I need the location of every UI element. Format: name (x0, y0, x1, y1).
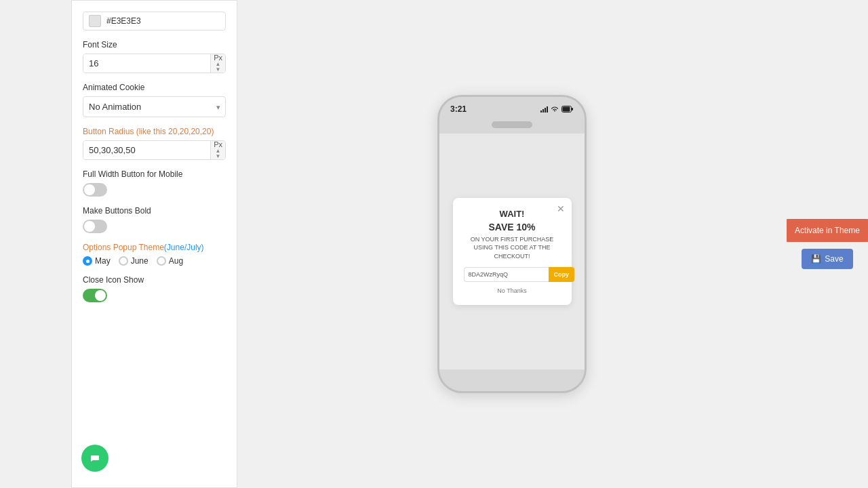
button-radius-hint-end: ) (211, 127, 214, 136)
color-value: #E3E3E3 (106, 16, 141, 26)
battery-icon (561, 106, 574, 113)
full-width-toggle[interactable] (83, 183, 107, 197)
popup-theme-may[interactable]: May (83, 256, 111, 266)
phone-status-icons (540, 106, 574, 113)
font-size-input-wrapper: Px ▲ ▼ (83, 54, 226, 73)
save-icon: 💾 (811, 254, 821, 264)
font-size-unit-box: Px ▲ ▼ (210, 54, 225, 73)
make-bold-label: Make Buttons Bold (83, 206, 226, 216)
font-size-label: Font Size (83, 40, 226, 49)
close-icon-toggle[interactable] (83, 289, 107, 302)
font-size-down-arrow[interactable]: ▼ (216, 67, 221, 73)
close-icon-toggle-row (83, 289, 226, 302)
copy-button[interactable]: Copy (549, 267, 575, 282)
button-radius-down-arrow[interactable]: ▼ (216, 154, 221, 159)
popup-modal: ✕ WAIT! SAVE 10% ON YOUR FIRST PURCHASEU… (453, 198, 572, 306)
phone-camera-area (439, 121, 585, 134)
color-swatch[interactable] (89, 15, 101, 27)
full-width-group: Full Width Button for Mobile (83, 169, 226, 197)
signal-icon (540, 106, 548, 113)
phone-notch (492, 121, 532, 128)
radio-dot-aug (157, 256, 166, 266)
save-label: Save (825, 254, 843, 264)
button-radius-arrows[interactable]: ▲ ▼ (216, 148, 221, 159)
wifi-icon (551, 106, 559, 113)
popup-close-icon[interactable]: ✕ (557, 203, 565, 214)
popup-theme-aug-label: Aug (169, 256, 183, 266)
svg-rect-2 (572, 108, 574, 110)
coupon-row: Copy (464, 267, 561, 282)
color-field-group: #E3E3E3 (83, 12, 226, 30)
coupon-code-input[interactable] (464, 267, 549, 282)
font-size-input[interactable] (83, 54, 210, 73)
popup-theme-aug[interactable]: Aug (157, 256, 183, 266)
animated-cookie-group: Animated Cookie No Animation (83, 83, 226, 117)
no-thanks-link[interactable]: No Thanks (464, 287, 561, 294)
radio-dot-may (83, 256, 92, 266)
right-sidebar: Activate in Theme 💾 Save (787, 0, 868, 488)
radio-dot-june (119, 256, 128, 266)
popup-theme-label-text: Options Popup Theme (83, 243, 164, 252)
button-radius-input[interactable] (83, 141, 210, 159)
popup-theme-may-label: May (95, 256, 111, 266)
button-radius-label-text: Button Radius (like this (83, 127, 168, 136)
left-sidebar (0, 0, 71, 488)
svg-rect-1 (563, 107, 570, 112)
popup-theme-june[interactable]: June (119, 256, 149, 266)
phone-bottom (439, 369, 585, 391)
button-radius-label: Button Radius (like this 20,20,20,20) (83, 127, 226, 136)
phone-notch-area: 3:21 (439, 97, 585, 121)
popup-description: ON YOUR FIRST PURCHASEUSING THIS CODE AT… (464, 235, 561, 261)
popup-theme-group: Options Popup Theme(June/July) May June … (83, 243, 226, 266)
animated-cookie-label: Animated Cookie (83, 83, 226, 92)
animated-cookie-select-wrapper: No Animation (83, 96, 226, 117)
popup-theme-label: Options Popup Theme(June/July) (83, 243, 226, 252)
phone-time: 3:21 (450, 104, 467, 114)
close-icon-label: Close Icon Show (83, 275, 226, 285)
full-width-toggle-row (83, 183, 226, 197)
make-bold-group: Make Buttons Bold (83, 206, 226, 233)
phone-screen: ✕ WAIT! SAVE 10% ON YOUR FIRST PURCHASEU… (439, 134, 585, 369)
popup-theme-sub: (June/July) (164, 243, 204, 252)
button-radius-group: Button Radius (like this 20,20,20,20) Px… (83, 127, 226, 160)
activate-theme-button[interactable]: Activate in Theme (785, 219, 868, 242)
settings-panel: #E3E3E3 Font Size Px ▲ ▼ Animated Cookie… (71, 0, 237, 488)
chat-bubble-button[interactable] (81, 445, 108, 472)
popup-offer: SAVE 10% (464, 222, 561, 232)
popup-theme-june-label: June (131, 256, 149, 266)
popup-title: WAIT! (464, 209, 561, 219)
color-input-row[interactable]: #E3E3E3 (83, 12, 226, 30)
animated-cookie-select[interactable]: No Animation (83, 96, 226, 117)
font-size-arrows[interactable]: ▲ ▼ (216, 62, 221, 73)
font-size-group: Font Size Px ▲ ▼ (83, 40, 226, 73)
button-radius-unit-box: Px ▲ ▼ (210, 141, 225, 159)
full-width-label: Full Width Button for Mobile (83, 169, 226, 179)
close-icon-group: Close Icon Show (83, 275, 226, 302)
make-bold-toggle-row (83, 220, 226, 233)
button-radius-input-wrapper: Px ▲ ▼ (83, 140, 226, 160)
popup-theme-radio-group: May June Aug (83, 256, 226, 266)
button-radius-hint: 20,20,20,20 (168, 127, 211, 136)
preview-area: 3:21 (237, 0, 787, 488)
save-button[interactable]: 💾 Save (802, 249, 852, 269)
make-bold-toggle[interactable] (83, 220, 107, 233)
phone-mockup: 3:21 (437, 95, 587, 393)
chat-icon (87, 451, 102, 466)
